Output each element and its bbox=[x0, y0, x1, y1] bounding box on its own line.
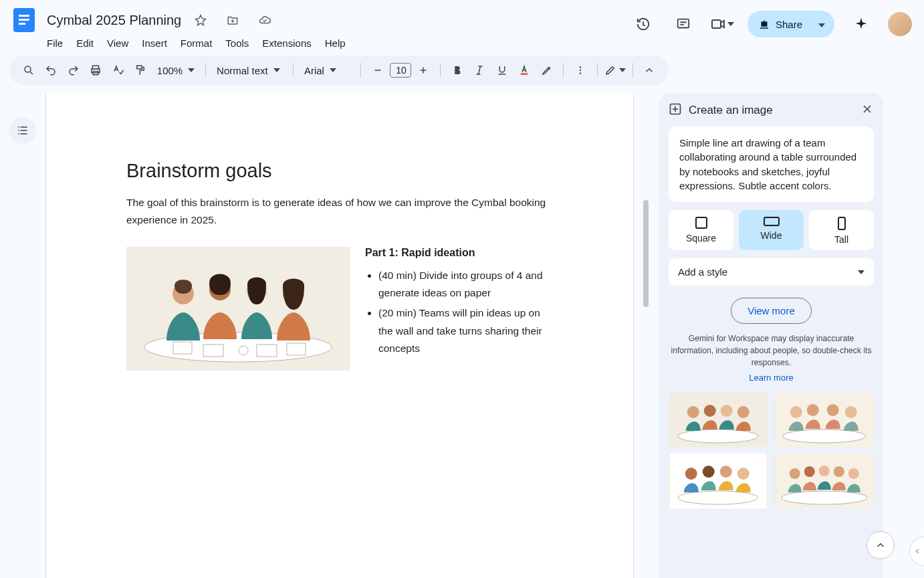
part-title: Part 1: Rapid ideation bbox=[365, 247, 553, 259]
svg-point-41 bbox=[703, 466, 715, 478]
italic-icon[interactable] bbox=[470, 59, 489, 82]
generate-icon bbox=[669, 102, 682, 118]
paragraph-style-selector[interactable]: Normal text bbox=[213, 65, 286, 76]
menu-edit[interactable]: Edit bbox=[76, 37, 94, 49]
print-icon[interactable] bbox=[86, 59, 105, 82]
history-icon[interactable] bbox=[630, 11, 657, 37]
svg-rect-24 bbox=[257, 345, 277, 357]
meet-button[interactable] bbox=[710, 16, 734, 32]
menu-tools[interactable]: Tools bbox=[225, 37, 249, 49]
svg-rect-3 bbox=[19, 23, 25, 25]
intro-paragraph: The goal of this brainstorm is to genera… bbox=[126, 194, 553, 229]
toolbar: 100% Normal text Arial 10 bbox=[9, 56, 669, 85]
aspect-square[interactable]: Square bbox=[669, 210, 733, 250]
svg-point-47 bbox=[804, 466, 814, 477]
generated-image-1[interactable] bbox=[669, 392, 768, 447]
docs-logo-icon[interactable] bbox=[9, 5, 39, 35]
editing-mode-icon[interactable] bbox=[604, 59, 626, 82]
generated-image-2[interactable] bbox=[775, 392, 875, 447]
svg-rect-4 bbox=[678, 19, 689, 28]
scrollbar-thumb[interactable] bbox=[643, 200, 649, 307]
font-selector[interactable]: Arial bbox=[300, 65, 354, 76]
paint-format-icon[interactable] bbox=[130, 59, 150, 82]
svg-point-50 bbox=[848, 468, 858, 479]
close-icon[interactable] bbox=[860, 102, 874, 118]
search-icon[interactable] bbox=[19, 59, 38, 82]
share-button[interactable]: Share bbox=[747, 18, 812, 30]
comments-icon[interactable] bbox=[670, 11, 697, 37]
collapse-toolbar-icon[interactable] bbox=[639, 59, 659, 82]
svg-point-12 bbox=[580, 66, 581, 68]
svg-point-13 bbox=[580, 70, 581, 71]
scroll-up-button[interactable] bbox=[867, 531, 895, 559]
svg-rect-11 bbox=[521, 74, 528, 75]
svg-point-29 bbox=[704, 405, 716, 417]
svg-rect-10 bbox=[137, 66, 142, 69]
sidebar-title: Create an image bbox=[689, 104, 854, 117]
document-page[interactable]: Brainstorm goals The goal of this brains… bbox=[45, 93, 634, 578]
svg-point-28 bbox=[687, 406, 699, 418]
heading: Brainstorm goals bbox=[126, 160, 553, 182]
menu-insert[interactable]: Insert bbox=[142, 37, 167, 49]
share-options[interactable] bbox=[812, 18, 834, 30]
svg-rect-21 bbox=[173, 342, 192, 354]
svg-point-34 bbox=[790, 406, 802, 418]
svg-point-40 bbox=[685, 468, 697, 480]
undo-icon[interactable] bbox=[41, 59, 60, 82]
svg-rect-25 bbox=[287, 343, 306, 355]
redo-icon[interactable] bbox=[64, 59, 83, 82]
decrease-font-icon[interactable] bbox=[368, 59, 387, 82]
svg-point-48 bbox=[818, 466, 829, 476]
aspect-tall[interactable]: Tall bbox=[809, 210, 874, 250]
more-icon[interactable] bbox=[570, 59, 590, 82]
bold-icon[interactable] bbox=[447, 59, 467, 82]
svg-point-14 bbox=[580, 72, 581, 74]
underline-icon[interactable] bbox=[492, 59, 511, 82]
menu-extensions[interactable]: Extensions bbox=[262, 37, 311, 49]
spellcheck-icon[interactable] bbox=[108, 59, 128, 82]
learn-more-link[interactable]: Learn more bbox=[669, 373, 874, 383]
menu-format[interactable]: Format bbox=[181, 37, 213, 49]
svg-point-30 bbox=[721, 405, 733, 417]
svg-point-42 bbox=[720, 466, 732, 478]
svg-point-49 bbox=[833, 466, 844, 477]
prompt-input[interactable]: Simple line art drawing of a team collab… bbox=[669, 126, 874, 202]
view-more-button[interactable]: View more bbox=[731, 298, 812, 324]
svg-point-44 bbox=[678, 491, 758, 504]
svg-point-32 bbox=[678, 429, 758, 443]
svg-point-6 bbox=[25, 66, 31, 72]
text-color-icon[interactable] bbox=[514, 59, 534, 82]
svg-point-46 bbox=[789, 468, 800, 479]
generated-image-3[interactable] bbox=[669, 454, 768, 508]
star-icon[interactable] bbox=[189, 9, 212, 31]
style-selector[interactable]: Add a style bbox=[669, 258, 874, 286]
svg-point-31 bbox=[737, 406, 749, 418]
disclaimer-text: Gemini for Workspace may display inaccur… bbox=[669, 333, 874, 369]
zoom-selector[interactable]: 100% bbox=[153, 65, 199, 76]
bullet-item: (20 min) Teams will pin ideas up on the … bbox=[378, 304, 553, 357]
svg-rect-1 bbox=[19, 15, 29, 17]
aspect-wide[interactable]: Wide bbox=[739, 210, 804, 250]
outline-toggle-icon[interactable] bbox=[9, 117, 36, 144]
menu-file[interactable]: File bbox=[47, 37, 63, 49]
svg-point-51 bbox=[781, 491, 867, 504]
inserted-image[interactable] bbox=[126, 247, 350, 371]
cloud-check-icon[interactable] bbox=[253, 9, 276, 31]
move-icon[interactable] bbox=[221, 9, 244, 31]
increase-font-icon[interactable] bbox=[414, 59, 433, 82]
svg-point-36 bbox=[826, 404, 838, 416]
create-image-panel: Create an image Simple line art drawing … bbox=[659, 93, 883, 578]
svg-point-43 bbox=[737, 468, 749, 480]
font-size-input[interactable]: 10 bbox=[390, 63, 411, 78]
highlight-icon[interactable] bbox=[537, 59, 556, 82]
generated-image-4[interactable] bbox=[775, 454, 875, 508]
document-title[interactable]: Cymbal 2025 Planning bbox=[44, 11, 184, 29]
svg-point-38 bbox=[782, 429, 865, 443]
svg-point-35 bbox=[806, 404, 818, 416]
svg-rect-5 bbox=[712, 20, 721, 28]
menu-view[interactable]: View bbox=[107, 37, 128, 49]
gemini-icon[interactable] bbox=[848, 11, 875, 37]
account-avatar[interactable] bbox=[888, 12, 912, 36]
menu-help[interactable]: Help bbox=[325, 37, 346, 49]
svg-point-37 bbox=[844, 406, 856, 418]
